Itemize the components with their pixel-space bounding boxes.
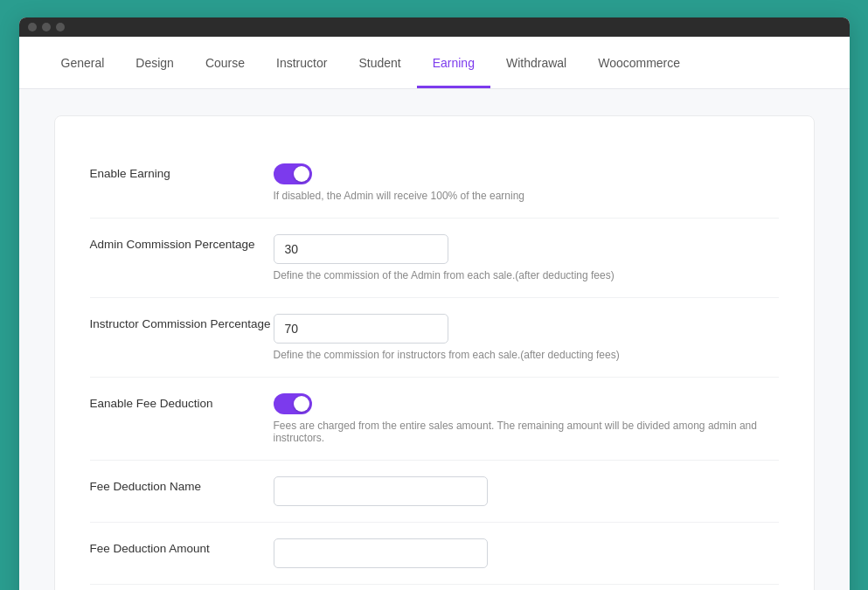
input-admin-commission[interactable] bbox=[274, 234, 448, 264]
tab-withdrawal[interactable]: Withdrawal bbox=[490, 37, 582, 88]
setting-row-admin-commission: Admin Commission Percentage Define the c… bbox=[90, 219, 779, 298]
titlebar-dot-3 bbox=[56, 23, 65, 31]
label-enable-earning: Enable Earning bbox=[90, 163, 274, 180]
toggle-slider-fee-deduction bbox=[274, 393, 312, 414]
setting-row-fee-deduction-type: Fee Deduction Type Percent Fixed ▾ bbox=[90, 585, 779, 590]
toggle-enable-fee-deduction[interactable] bbox=[274, 393, 312, 414]
label-fee-deduction-name: Fee Deduction Name bbox=[90, 476, 274, 493]
control-fee-deduction-amount bbox=[274, 538, 779, 568]
label-instructor-commission: Instructor Commission Percentage bbox=[90, 314, 274, 330]
help-admin-commission: Define the commission of the Admin from … bbox=[274, 269, 779, 281]
help-enable-fee-deduction: Fees are charged from the entire sales a… bbox=[274, 420, 779, 444]
setting-row-fee-deduction-amount: Fee Deduction Amount bbox=[90, 523, 779, 585]
app-window: General Design Course Instructor Student… bbox=[19, 17, 850, 590]
main-content: Enable Earning If disabled, the Admin wi… bbox=[19, 89, 850, 590]
tab-woocommerce[interactable]: Woocommerce bbox=[582, 37, 696, 88]
input-instructor-commission[interactable] bbox=[274, 314, 448, 344]
control-enable-fee-deduction: Fees are charged from the entire sales a… bbox=[274, 393, 779, 444]
tab-student[interactable]: Student bbox=[343, 37, 416, 88]
toggle-wrapper-enable-earning bbox=[274, 163, 312, 184]
help-instructor-commission: Define the commission for instructors fr… bbox=[274, 349, 779, 361]
titlebar bbox=[19, 17, 850, 37]
tab-general[interactable]: General bbox=[45, 37, 121, 88]
toggle-enable-earning[interactable] bbox=[274, 163, 312, 184]
control-instructor-commission: Define the commission for instructors fr… bbox=[274, 314, 779, 361]
titlebar-dot-1 bbox=[28, 23, 37, 31]
setting-row-fee-deduction-name: Fee Deduction Name bbox=[90, 461, 779, 523]
toggle-slider-enable-earning bbox=[274, 163, 312, 184]
setting-row-enable-earning: Enable Earning If disabled, the Admin wi… bbox=[90, 148, 779, 219]
label-admin-commission: Admin Commission Percentage bbox=[90, 234, 274, 251]
control-admin-commission: Define the commission of the Admin from … bbox=[274, 234, 779, 281]
label-enable-fee-deduction: Eanable Fee Deduction bbox=[90, 393, 274, 410]
tabs-bar: General Design Course Instructor Student… bbox=[19, 37, 850, 89]
setting-row-instructor-commission: Instructor Commission Percentage Define … bbox=[90, 298, 779, 378]
tab-earning[interactable]: Earning bbox=[417, 37, 490, 88]
titlebar-dot-2 bbox=[42, 23, 51, 31]
control-fee-deduction-name bbox=[274, 476, 779, 506]
setting-row-enable-fee-deduction: Eanable Fee Deduction Fees are charged f… bbox=[90, 378, 779, 461]
page-content: General Design Course Instructor Student… bbox=[19, 37, 850, 590]
help-enable-earning: If disabled, the Admin will receive 100%… bbox=[274, 190, 779, 202]
input-fee-deduction-name[interactable] bbox=[274, 476, 488, 506]
tab-course[interactable]: Course bbox=[190, 37, 260, 88]
control-enable-earning: If disabled, the Admin will receive 100%… bbox=[274, 163, 779, 202]
tab-instructor[interactable]: Instructor bbox=[260, 37, 343, 88]
input-fee-deduction-amount[interactable] bbox=[274, 538, 488, 568]
toggle-wrapper-fee-deduction bbox=[274, 393, 312, 414]
settings-card: Enable Earning If disabled, the Admin wi… bbox=[54, 115, 815, 590]
tab-design[interactable]: Design bbox=[120, 37, 190, 88]
label-fee-deduction-amount: Fee Deduction Amount bbox=[90, 538, 274, 555]
